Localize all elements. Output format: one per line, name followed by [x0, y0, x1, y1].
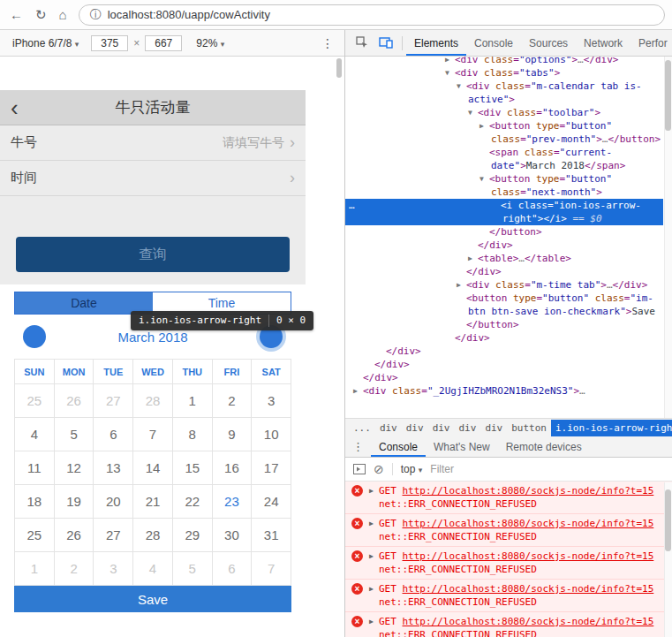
calendar-day[interactable]: 16 [213, 451, 253, 485]
calendar-day[interactable]: 1 [173, 384, 213, 418]
expand-arrow-icon[interactable]: ▶ [369, 550, 379, 563]
expand-arrow-icon[interactable]: ▶ [369, 517, 379, 530]
breadcrumb-item[interactable]: button [507, 420, 551, 436]
calendar-day[interactable]: 18 [15, 485, 55, 519]
calendar-day[interactable]: 27 [94, 384, 133, 418]
tree-node[interactable]: </button> [345, 318, 663, 331]
calendar-day[interactable]: 26 [55, 519, 94, 552]
calendar-day[interactable]: 9 [213, 418, 253, 451]
calendar-day[interactable]: 11 [15, 451, 55, 485]
tree-node[interactable]: ▶<button type="button" class="prev-month… [345, 119, 663, 146]
clear-console-icon[interactable]: ⊘ [374, 462, 384, 476]
tree-node[interactable]: </div> [345, 331, 663, 345]
tree-node[interactable]: <button type="button" class="im-btn btn-… [345, 292, 663, 318]
prev-month-button[interactable] [23, 325, 46, 348]
calendar-day[interactable]: 25 [15, 384, 55, 418]
expand-arrow-icon[interactable]: ▼ [468, 106, 478, 119]
calendar-day[interactable]: 22 [173, 485, 213, 519]
breadcrumb-item[interactable]: i.ion-ios-arrow-right [551, 420, 672, 436]
page-info-icon[interactable]: ⓘ [90, 7, 102, 23]
tab-sources[interactable]: Sources [521, 30, 576, 56]
expand-arrow-icon[interactable]: ▶ [479, 119, 489, 133]
calendar-day[interactable]: 4 [15, 418, 55, 451]
calendar-day[interactable]: 1 [15, 552, 55, 586]
tab-perfor[interactable]: Perfor [630, 30, 672, 56]
request-url[interactable]: http://localhost:8080/sockjs-node/info?t… [403, 616, 654, 627]
request-url[interactable]: http://localhost:8080/sockjs-node/info?t… [403, 583, 654, 595]
request-url[interactable]: http://localhost:8080/sockjs-node/info?t… [403, 550, 654, 562]
calendar-day[interactable]: 7 [252, 552, 291, 586]
query-button[interactable]: 查询 [16, 237, 290, 272]
console-error-message[interactable]: ×▶GET http://localhost:8080/sockjs-node/… [345, 580, 672, 612]
address-bar[interactable]: ⓘ localhost:8080/uapp/cowActivity [79, 4, 665, 26]
calendar-day[interactable]: 8 [173, 418, 213, 451]
console-error-message[interactable]: ×▶GET http://localhost:8080/sockjs-node/… [345, 547, 672, 580]
tree-node[interactable]: <span class="current-date">March 2018</s… [345, 146, 663, 172]
tab-elements[interactable]: Elements [406, 30, 466, 56]
tree-node[interactable]: ▶<div class="options">…</div> [345, 57, 663, 66]
tree-node[interactable]: </div> [345, 345, 663, 358]
calendar-day[interactable]: 23 [213, 485, 253, 519]
calendar-day[interactable]: 31 [252, 519, 291, 552]
tree-node[interactable]: ▼<button type="button" class="next-month… [345, 172, 663, 199]
console-error-message[interactable]: ×▶GET http://localhost:8080/sockjs-node/… [345, 514, 672, 547]
context-selector[interactable]: top ▾ [401, 463, 423, 475]
tree-node[interactable]: ▶<div class="m-time tab">…</div> [345, 278, 663, 292]
console-tab-what-s-new[interactable]: What's New [426, 436, 498, 457]
console-tab-console[interactable]: Console [371, 436, 426, 457]
calendar-day[interactable]: 19 [55, 485, 94, 519]
calendar-day[interactable]: 30 [213, 519, 253, 552]
zoom-selector[interactable]: 92% ▾ [196, 37, 224, 49]
calendar-day[interactable]: 15 [173, 451, 213, 485]
calendar-day[interactable]: 10 [252, 418, 291, 451]
calendar-day[interactable]: 25 [15, 519, 55, 552]
tree-node[interactable]: ▶<table>…</table> [345, 252, 663, 265]
calendar-day[interactable]: 14 [133, 451, 173, 485]
console-sidebar-icon[interactable] [353, 464, 366, 474]
expand-arrow-icon[interactable]: ▶ [369, 582, 379, 595]
calendar-day[interactable]: 6 [94, 418, 133, 451]
device-toolbar-menu-icon[interactable]: ⋮ [316, 36, 339, 50]
calendar-day[interactable]: 29 [173, 519, 213, 552]
console-menu-icon[interactable]: ⋮ [345, 440, 371, 453]
app-back-button[interactable]: ‹ [11, 92, 19, 124]
calendar-day[interactable]: 2 [213, 384, 253, 418]
viewport-width-input[interactable] [91, 35, 128, 51]
expand-arrow-icon[interactable]: ▶ [468, 252, 478, 265]
calendar-day[interactable]: 4 [133, 552, 173, 586]
calendar-day[interactable]: 13 [94, 451, 133, 485]
calendar-day[interactable]: 24 [252, 485, 291, 519]
request-url[interactable]: http://localhost:8080/sockjs-node/info?t… [403, 485, 654, 497]
tree-node[interactable]: ▶<div class="_2UgjIHZbMRO2N1Bm32eNS3">… [345, 384, 663, 398]
expand-arrow-icon[interactable]: ▶ [445, 57, 455, 66]
calendar-day[interactable]: 12 [55, 451, 94, 485]
calendar-day[interactable]: 28 [133, 384, 173, 418]
calendar-day[interactable]: 27 [94, 519, 133, 552]
breadcrumb-item[interactable]: div [402, 420, 428, 436]
tab-network[interactable]: Network [576, 30, 630, 56]
expand-arrow-icon[interactable]: ▶ [353, 384, 363, 398]
calendar-day[interactable]: 26 [55, 384, 94, 418]
viewport-height-input[interactable] [145, 35, 182, 51]
device-scrollbar[interactable] [336, 58, 342, 78]
expand-arrow-icon[interactable]: ▼ [457, 80, 466, 93]
breadcrumb-item[interactable]: div [428, 420, 455, 436]
calendar-day[interactable]: 17 [252, 451, 291, 485]
breadcrumb-item[interactable]: div [455, 420, 481, 436]
expand-arrow-icon[interactable]: ▶ [369, 615, 379, 628]
expand-arrow-icon[interactable]: ▼ [479, 172, 489, 186]
reload-button[interactable]: ↻ [29, 7, 53, 23]
console-scrollbar-thumb[interactable] [665, 489, 671, 551]
expand-arrow-icon[interactable]: ▶ [457, 278, 466, 292]
calendar-day[interactable]: 5 [55, 418, 94, 451]
tree-node[interactable]: ▼<div class="tabs"> [345, 66, 663, 80]
calendar-day[interactable]: 21 [133, 485, 173, 519]
console-filter-input[interactable] [430, 463, 545, 475]
tree-node[interactable]: </div> [345, 358, 663, 371]
calendar-day[interactable]: 3 [94, 552, 133, 586]
form-row[interactable]: 时间› [0, 161, 306, 196]
home-button[interactable]: ⌂ [53, 7, 73, 22]
tree-node[interactable]: <i class="ion-ios-arrow-right"></i> == $… [345, 199, 663, 225]
device-toolbar-toggle-icon[interactable] [374, 34, 398, 52]
tree-node[interactable]: ▼<div class="toolbar"> [345, 106, 663, 119]
